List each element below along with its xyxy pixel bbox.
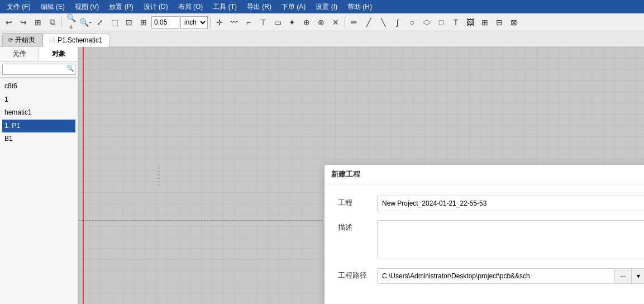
pen-button[interactable]: ✏ <box>347 16 361 29</box>
canvas-redline <box>83 47 84 304</box>
redo-button[interactable]: ↪ <box>17 16 30 29</box>
move-button[interactable]: ✛ <box>213 16 226 29</box>
tree-item-2[interactable]: hematic1 <box>2 106 75 120</box>
canvas-area: 新建工程 × 工程 描述 工程路径 <box>78 47 644 304</box>
description-textarea[interactable] <box>377 220 644 259</box>
separator-1 <box>61 17 62 28</box>
noconn-button[interactable]: ⊗ <box>314 16 328 29</box>
more1-button[interactable]: ⊟ <box>493 16 506 29</box>
tree-item-0[interactable]: c8t6 <box>2 80 75 93</box>
path-group: ··· ▾ <box>377 268 644 284</box>
project-name-input[interactable] <box>377 196 644 211</box>
menubar: 文件 (F) 编辑 (E) 视图 (V) 放置 (P) 设计 (D) 布局 (O… <box>0 0 644 13</box>
description-row: 描述 <box>338 220 644 259</box>
menu-layout[interactable]: 布局 (O) <box>174 1 208 13</box>
grid-input-group: inch mm <box>151 16 208 28</box>
tree-item-4[interactable]: B1 <box>2 132 75 146</box>
bus-button[interactable]: ⊤ <box>256 16 270 29</box>
project-name-row: 工程 <box>338 196 644 211</box>
tab-schematic-label: P1.Schematic1 <box>58 36 103 44</box>
tree-item-3[interactable]: 1. P1 <box>2 120 75 133</box>
tab-home-icon: ⟳ <box>8 37 13 43</box>
dialog-titlebar: 新建工程 × <box>325 165 644 184</box>
dialog-body: 工程 描述 工程路径 ··· ▾ <box>325 184 644 304</box>
toolbar: ↩ ↪ ⊞ ⧉ 🔍+ 🔍- ⤢ ⬚ ⊡ ⊞ inch mm ✛ 〰 ⌐ ⊤ ▭ … <box>0 13 644 31</box>
more2-button[interactable]: ⊠ <box>507 16 521 29</box>
diag-button[interactable]: ╲ <box>376 16 390 29</box>
zoom-area-button[interactable]: ⊡ <box>122 16 136 29</box>
rect-button[interactable]: □ <box>435 16 448 29</box>
menu-view[interactable]: 视图 (V) <box>70 1 103 13</box>
path-input[interactable] <box>377 268 615 284</box>
grid-value-input[interactable] <box>151 16 179 28</box>
menu-design[interactable]: 设计 (D) <box>139 1 173 13</box>
sidebar: 元件 对象 🔍 c8t6 1 hematic1 1. P1 B1 <box>0 47 78 304</box>
sidebar-tab-components[interactable]: 元件 <box>0 47 39 61</box>
grid-dots-button[interactable]: ⊞ <box>137 16 150 29</box>
curve-button[interactable]: ∫ <box>391 16 404 29</box>
menu-tools[interactable]: 工具 (T) <box>208 1 241 13</box>
sidebar-tab-objects[interactable]: 对象 <box>39 47 78 61</box>
junction-button[interactable]: ✦ <box>285 16 299 29</box>
menu-settings[interactable]: 设置 (I) <box>311 1 342 13</box>
circle-button[interactable]: ○ <box>406 16 419 29</box>
menu-edit[interactable]: 编辑 (E) <box>36 1 69 13</box>
path-dropdown-button[interactable]: ▾ <box>632 268 644 284</box>
search-icon: 🔍 <box>66 65 74 72</box>
path-row: 工程路径 ··· ▾ <box>338 268 644 284</box>
new-project-dialog: 新建工程 × 工程 描述 工程路径 <box>324 164 644 304</box>
separator-2 <box>210 17 211 28</box>
cross-button[interactable]: ⊕ <box>300 16 313 29</box>
main-area: 元件 对象 🔍 c8t6 1 hematic1 1. P1 B1 新建工程 <box>0 47 644 304</box>
unit-select[interactable]: inch mm <box>180 16 208 28</box>
ellipse-button[interactable]: ⬭ <box>420 16 433 29</box>
sidebar-tree: c8t6 1 hematic1 1. P1 B1 <box>0 78 78 148</box>
menu-help[interactable]: 帮助 (H) <box>343 1 376 13</box>
zoom-in-button[interactable]: 🔍+ <box>64 16 78 29</box>
resize-dots <box>158 164 160 187</box>
grid-button[interactable]: ⊞ <box>31 16 45 29</box>
sidebar-tabs: 元件 对象 <box>0 47 78 61</box>
project-name-label: 工程 <box>338 196 377 208</box>
tab-home-label: 开始页 <box>15 35 35 45</box>
menu-place[interactable]: 放置 (P) <box>104 1 137 13</box>
description-label: 描述 <box>338 220 377 232</box>
sidebar-search-input[interactable] <box>2 64 75 75</box>
copy-button[interactable]: ⧉ <box>46 16 59 29</box>
del-button[interactable]: ✕ <box>329 16 342 29</box>
image-button[interactable]: 🖼 <box>464 16 477 29</box>
wire-button[interactable]: 〰 <box>227 16 241 29</box>
undo-button[interactable]: ↩ <box>2 16 16 29</box>
menu-file[interactable]: 文件 (F) <box>2 1 35 13</box>
path-label: 工程路径 <box>338 268 377 281</box>
tab-schematic-icon: 📄 <box>49 37 55 44</box>
menu-order[interactable]: 下单 (A) <box>277 1 310 13</box>
zoom-select-button[interactable]: ⬚ <box>108 16 121 29</box>
tab-schematic[interactable]: 📄 P1.Schematic1 <box>42 34 110 47</box>
sidebar-search-area: 🔍 <box>0 61 78 78</box>
text-button[interactable]: T <box>449 16 462 29</box>
zoom-fit-button[interactable]: ⤢ <box>93 16 107 29</box>
tab-home[interactable]: ⟳ 开始页 <box>2 33 42 46</box>
resize-handle[interactable] <box>156 47 161 304</box>
tree-item-1[interactable]: 1 <box>2 93 75 107</box>
tabbar: ⟳ 开始页 📄 P1.Schematic1 <box>0 31 644 47</box>
corner-button[interactable]: ⌐ <box>242 16 255 29</box>
path-browse-button[interactable]: ··· <box>615 268 632 284</box>
comp-button[interactable]: ▭ <box>271 16 284 29</box>
table-button[interactable]: ⊞ <box>478 16 492 29</box>
menu-export[interactable]: 导出 (R) <box>242 1 276 13</box>
separator-3 <box>345 17 345 28</box>
zoom-out-button[interactable]: 🔍- <box>79 16 92 29</box>
dialog-title: 新建工程 <box>331 169 360 179</box>
line-button[interactable]: ╱ <box>362 16 375 29</box>
